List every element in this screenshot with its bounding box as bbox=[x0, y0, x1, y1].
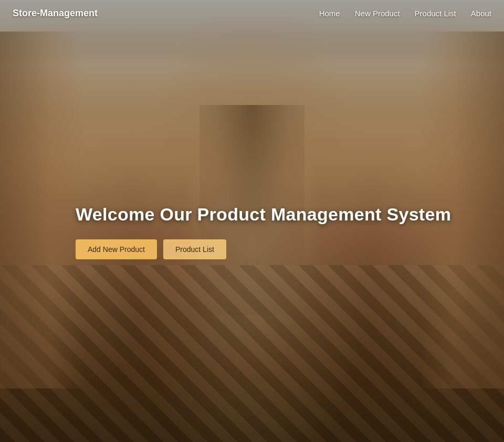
navbar: Store-Management Home New Product Produc… bbox=[0, 0, 504, 26]
brand-logo[interactable]: Store-Management bbox=[13, 8, 98, 19]
nav-new-product[interactable]: New Product bbox=[355, 9, 400, 18]
nav-home[interactable]: Home bbox=[319, 9, 340, 18]
nav-product-list[interactable]: Product List bbox=[415, 9, 456, 18]
hero-buttons: Add New Product Product List bbox=[76, 239, 226, 259]
nav-about[interactable]: About bbox=[471, 9, 491, 18]
nav-links: Home New Product Product List About bbox=[319, 9, 491, 18]
hero-title: Welcome Our Product Management System bbox=[76, 204, 451, 225]
add-new-product-button[interactable]: Add New Product bbox=[76, 239, 157, 259]
product-list-button[interactable]: Product List bbox=[163, 239, 226, 259]
hero-section: Welcome Our Product Management System Ad… bbox=[0, 0, 504, 442]
